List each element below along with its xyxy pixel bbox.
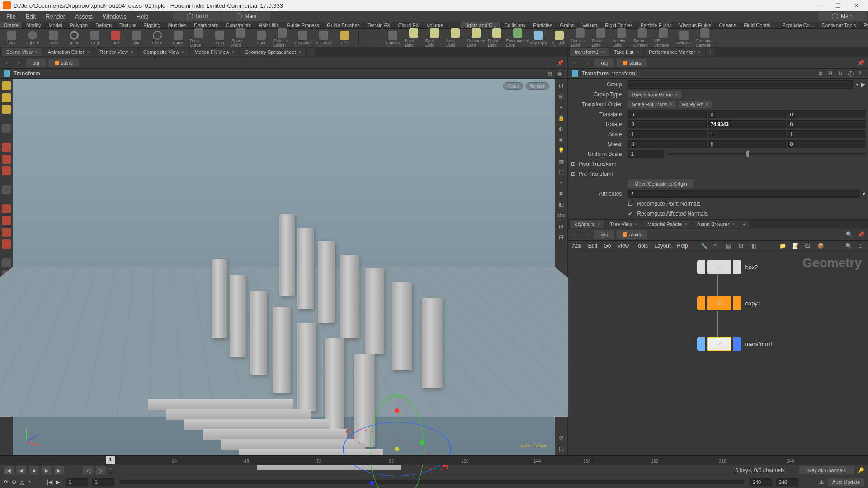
shx-field[interactable]: 0 <box>628 140 707 148</box>
range-end[interactable]: 240 <box>776 478 798 486</box>
display-opt-icon[interactable]: 💡 <box>557 146 566 155</box>
menu-assets[interactable]: Assets <box>71 12 97 21</box>
view-icon[interactable]: ◉ <box>557 70 564 77</box>
display-opt-icon[interactable]: ⊡ <box>557 81 566 89</box>
netmenu-view[interactable]: View <box>617 243 629 249</box>
display-opt-icon[interactable]: ● <box>557 103 566 111</box>
netmenu-add[interactable]: Add <box>572 243 581 249</box>
nav-fwd-icon[interactable]: → <box>583 231 592 238</box>
shelf-ambientlight[interactable]: Ambient Light <box>613 28 631 47</box>
tab-matpalette[interactable]: Material Palette× <box>643 220 692 228</box>
shelf-tab[interactable]: Texture <box>116 22 140 28</box>
breadcrumb-stairs[interactable]: stairs <box>617 230 647 239</box>
grouptype-dropdown[interactable]: Guess from Group <box>628 91 681 98</box>
shelf-arealight[interactable]: Area Light <box>446 28 464 47</box>
shelf-tab[interactable]: Terrain FX <box>364 22 395 28</box>
cam-nocam[interactable]: No cam <box>526 82 549 90</box>
folder-icon[interactable]: 📁 <box>779 243 786 249</box>
grid-icon[interactable]: ⊞ <box>739 243 745 249</box>
shelf-tab[interactable]: Model <box>45 22 66 28</box>
shelf-curve[interactable]: Curve <box>169 31 187 45</box>
grid-icon[interactable]: ▦ <box>726 243 732 249</box>
shelf-tab[interactable]: Populate Co... <box>778 22 818 28</box>
nav-back-icon[interactable]: ← <box>571 231 580 238</box>
tab-add[interactable]: + <box>307 48 315 56</box>
shelf-tab[interactable]: Hair Utils <box>255 22 283 28</box>
netmenu-help[interactable]: Help <box>677 243 688 249</box>
snap-tool-2[interactable] <box>2 216 11 225</box>
netmenu-layout[interactable]: Layout <box>654 243 670 249</box>
tab-treeview[interactable]: Tree View× <box>605 220 642 228</box>
h-icon[interactable]: H <box>828 70 835 77</box>
handle-tool[interactable] <box>2 143 11 152</box>
node-transform1[interactable]: ↗ transform1 <box>697 337 773 351</box>
shelf-tab[interactable]: Particle Fluids <box>637 22 676 28</box>
shelf-tab[interactable]: Volume <box>423 22 448 28</box>
nav-fwd-icon[interactable]: → <box>583 60 592 66</box>
shelf-skylight[interactable]: Sky Light <box>529 31 547 45</box>
shelf-circle[interactable]: Circle <box>148 31 166 45</box>
centroid-button[interactable]: Move Centroid to Origin <box>628 179 693 188</box>
rorder-dropdown[interactable]: Rx Ry Rz <box>679 101 712 108</box>
snap-tool-4[interactable] <box>2 239 11 249</box>
shelf-tab[interactable]: Rigging <box>140 22 164 28</box>
network-view[interactable]: Geometry ▭ box2 ⧉ copy1 ↗ transform1 <box>568 251 868 455</box>
shelf-grid[interactable]: Grid <box>86 31 104 45</box>
inspect-tool[interactable] <box>2 258 11 267</box>
minimize-button[interactable]: — <box>811 2 829 9</box>
shelf-tab[interactable]: Viscous Fluids <box>676 22 716 28</box>
shelf-gilight[interactable]: GI Light <box>550 31 568 45</box>
box-icon[interactable]: 📦 <box>817 243 824 249</box>
tab-render-view[interactable]: Render View× <box>95 48 138 56</box>
group-field[interactable] <box>628 80 853 89</box>
select-tool[interactable] <box>2 81 11 90</box>
ty-field[interactable]: 0 <box>708 110 786 118</box>
shelf-tab[interactable]: Muscles <box>165 22 190 28</box>
warn-icon[interactable]: ⚠ <box>819 479 824 485</box>
display-opt-icon[interactable]: ⚙ <box>557 434 566 442</box>
shelf-tab[interactable]: Characters <box>190 22 222 28</box>
tab-anim-editor[interactable]: Animation Editor× <box>43 48 94 56</box>
status-icon[interactable]: ⟳ <box>4 479 8 485</box>
pin-icon[interactable]: 📌 <box>856 60 865 66</box>
shelf-vrcam[interactable]: VR Camera <box>654 28 672 47</box>
tab-network[interactable]: obj/stairs× <box>570 220 604 228</box>
menu-help[interactable]: Help <box>132 12 153 21</box>
display-opt-icon[interactable]: ✖ <box>557 190 566 198</box>
shelf-platonic[interactable]: Platonic Solids <box>273 28 291 47</box>
select-tool-3[interactable] <box>2 105 11 114</box>
menu-render[interactable]: Render <box>41 12 70 21</box>
display-opt-icon[interactable]: ⊟ <box>557 233 566 241</box>
shelf-box[interactable]: Box <box>3 31 21 45</box>
pin-icon[interactable]: 📌 <box>556 60 565 66</box>
display-opt-icon[interactable]: abc <box>557 211 566 220</box>
range-first[interactable]: 1 <box>92 478 114 486</box>
color-icon[interactable]: ◧ <box>751 243 758 249</box>
list-icon[interactable]: ≡ <box>713 243 720 249</box>
shelf-tab[interactable]: Collisions <box>500 22 529 28</box>
nav-back-icon[interactable]: ← <box>571 60 580 66</box>
step-back-button[interactable]: ◁ <box>83 466 93 475</box>
shelf-tab[interactable]: Pyro FX <box>860 22 868 28</box>
sx-field[interactable]: 1 <box>628 130 707 138</box>
shelf-file[interactable]: File <box>335 31 354 45</box>
tab-transform1[interactable]: transform1× <box>570 48 608 56</box>
snap-tool-3[interactable] <box>2 228 11 237</box>
arrow-icon[interactable]: ▶ <box>861 81 865 88</box>
last-frame-button[interactable]: ▶| <box>54 466 64 475</box>
menu-file[interactable]: File <box>2 12 20 21</box>
key-icon[interactable]: 🔑 <box>858 467 864 474</box>
node-copy1[interactable]: ⧉ copy1 <box>697 296 761 310</box>
shelf-drawcurve[interactable]: Draw Curve <box>190 28 208 47</box>
handle-tool-2[interactable] <box>2 155 11 164</box>
shelf-geolight[interactable]: Geometry Light <box>467 28 485 47</box>
shelf-envlight[interactable]: Environment Light <box>509 28 527 47</box>
shelf-tab[interactable]: Guide Brushes <box>323 22 364 28</box>
checkbox[interactable]: ☐ <box>628 201 634 207</box>
select-tool-2[interactable] <box>2 93 11 102</box>
display-opt-icon[interactable]: ◐ <box>557 125 566 133</box>
shelf-tab[interactable]: Create <box>0 22 23 28</box>
shelf-tab[interactable]: Deform <box>92 22 116 28</box>
netmenu-tools[interactable]: Tools <box>635 243 648 249</box>
shelf-tab[interactable]: Modify <box>23 22 45 28</box>
